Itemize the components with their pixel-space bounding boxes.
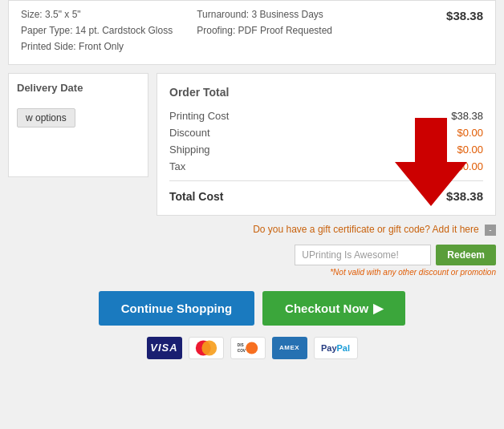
spec-printed-side: Printed Side: Front Only — [21, 41, 173, 52]
spec-paper-type: Paper Type: 14 pt. Cardstock Gloss — [21, 25, 173, 36]
continue-shopping-button[interactable]: Continue Shopping — [99, 291, 254, 326]
svg-text:COV: COV — [237, 349, 246, 353]
gift-code-input[interactable] — [295, 245, 431, 265]
svg-point-2 — [201, 340, 217, 355]
tax-label: Tax — [169, 160, 185, 172]
amex-icon: AMEX — [272, 337, 307, 359]
discount-label: Discount — [169, 127, 210, 139]
total-row: Total Cost $38.38 — [169, 189, 483, 203]
view-options-button[interactable]: w options — [17, 108, 75, 127]
redeem-row: Redeem — [8, 245, 496, 265]
total-cost-value: $38.38 — [446, 189, 483, 203]
discount-row: Discount $0.00 — [169, 127, 483, 139]
discover-icon: DIS COV — [230, 337, 266, 359]
discount-value: $0.00 — [457, 127, 483, 139]
divider — [169, 180, 483, 181]
gift-text: Do you have a gift certificate or gift c… — [253, 224, 496, 235]
svg-point-4 — [246, 342, 258, 354]
amex-label: AMEX — [279, 344, 299, 351]
gift-link[interactable]: Do you have a gift certificate or gift c… — [253, 224, 479, 235]
shipping-label: Shipping — [169, 144, 210, 156]
payment-icons: VISA DIS COV AMEX Pay — [8, 337, 496, 359]
product-price: $38.38 — [446, 9, 483, 22]
shipping-row: Shipping $0.00 — [169, 144, 483, 156]
tax-value: $0.00 — [457, 160, 483, 172]
visa-icon: VISA — [147, 337, 182, 359]
spec-size: Size: 3.5" x 5" — [21, 9, 173, 20]
gift-collapse-icon[interactable]: - — [485, 225, 496, 236]
delivery-panel: Delivery Date w options — [8, 73, 148, 177]
total-cost-label: Total Cost — [169, 190, 223, 203]
redeem-button[interactable]: Redeem — [436, 245, 496, 265]
gift-section: Do you have a gift certificate or gift c… — [8, 216, 496, 240]
svg-text:DIS: DIS — [237, 343, 243, 347]
paypal-pal-text: Pal — [337, 343, 351, 353]
order-total-panel: Order Total Printing Cost $38.38 Discoun… — [156, 73, 496, 216]
tax-row: Tax $0.00 — [169, 160, 483, 172]
delivery-title: Delivery Date — [17, 82, 140, 94]
checkout-arrow-icon: ▶ — [373, 301, 383, 316]
paypal-icon: Pay Pal — [314, 337, 358, 359]
middle-section: Delivery Date w options Order Total Prin… — [8, 73, 496, 216]
spec-turnaround: Turnaround: 3 Business Days — [197, 9, 332, 20]
action-buttons: Continue Shopping Checkout Now ▶ — [8, 291, 496, 326]
order-total-title: Order Total — [169, 86, 483, 99]
page-wrapper: Size: 3.5" x 5" Paper Type: 14 pt. Cards… — [0, 0, 504, 429]
spec-col-1: Size: 3.5" x 5" Paper Type: 14 pt. Cards… — [21, 9, 173, 52]
checkout-now-button[interactable]: Checkout Now ▶ — [262, 291, 405, 326]
shipping-value: $0.00 — [457, 144, 483, 156]
spec-proofing: Proofing: PDF Proof Requested — [197, 25, 332, 36]
not-valid-note: *Not valid with any other discount or pr… — [8, 268, 496, 277]
product-details-section: Size: 3.5" x 5" Paper Type: 14 pt. Cards… — [8, 0, 496, 65]
product-specs: Size: 3.5" x 5" Paper Type: 14 pt. Cards… — [21, 9, 332, 52]
mastercard-icon — [189, 337, 224, 359]
printing-cost-label: Printing Cost — [169, 110, 229, 122]
printing-cost-value: $38.38 — [451, 110, 483, 122]
printing-cost-row: Printing Cost $38.38 — [169, 110, 483, 122]
spec-col-2: Turnaround: 3 Business Days Proofing: PD… — [197, 9, 332, 52]
checkout-label: Checkout Now — [285, 302, 368, 315]
paypal-pay-text: Pay — [321, 343, 337, 353]
